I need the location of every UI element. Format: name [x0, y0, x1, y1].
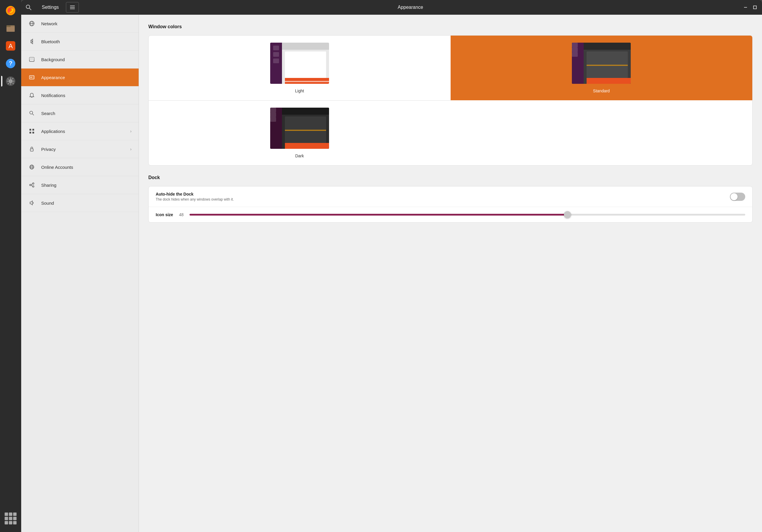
sidebar-item-bluetooth[interactable]: Bluetooth: [21, 33, 139, 51]
svg-text:A: A: [9, 42, 13, 50]
maximize-button[interactable]: [751, 4, 758, 11]
background-icon: [28, 56, 35, 63]
sidebar-item-appearance[interactable]: Appearance: [21, 69, 139, 87]
sidebar-label-online-accounts: Online Accounts: [41, 165, 131, 170]
svg-rect-3: [7, 27, 15, 32]
taskbar: A ?: [0, 0, 21, 532]
show-applications-button[interactable]: [3, 511, 18, 526]
svg-rect-12: [9, 512, 12, 516]
taskbar-icon-help[interactable]: ?: [3, 56, 18, 71]
applications-icon: [28, 128, 35, 135]
sound-icon: [28, 199, 35, 206]
sidebar-item-network[interactable]: Network: [21, 15, 139, 33]
sidebar-item-notifications[interactable]: Notifications: [21, 87, 139, 104]
autohide-subtitle: The dock hides when any windows overlap …: [156, 197, 730, 201]
theme-card-light[interactable]: Light: [149, 35, 451, 100]
sidebar-label-network: Network: [41, 21, 131, 26]
icon-size-value: 48: [179, 212, 184, 217]
svg-rect-19: [13, 521, 17, 525]
privacy-icon: [28, 146, 35, 153]
svg-point-36: [30, 111, 33, 114]
taskbar-icon-firefox[interactable]: [3, 3, 18, 18]
svg-rect-11: [5, 512, 8, 516]
sidebar-item-applications[interactable]: Applications ›: [21, 122, 139, 140]
theme-label-dark: Dark: [295, 154, 304, 158]
sidebar-label-sound: Sound: [41, 201, 131, 206]
icon-size-slider[interactable]: [190, 214, 745, 216]
svg-rect-13: [13, 512, 17, 516]
taskbar-icon-files[interactable]: [3, 21, 18, 36]
svg-rect-26: [753, 6, 756, 9]
main-panel: Window colors: [139, 15, 762, 532]
sidebar-label-privacy: Privacy: [41, 147, 124, 152]
bluetooth-icon: [28, 38, 35, 45]
network-icon: [28, 20, 35, 27]
svg-rect-41: [33, 132, 34, 134]
slider-thumb[interactable]: [564, 211, 571, 218]
titlebar: Settings Appearance: [21, 0, 762, 15]
sidebar-label-applications: Applications: [41, 129, 124, 134]
sidebar-item-sharing[interactable]: Sharing: [21, 176, 139, 194]
autohide-row: Auto-hide the Dock The dock hides when a…: [149, 186, 752, 207]
svg-rect-35: [33, 78, 34, 78]
titlebar-menu-button[interactable]: [66, 2, 79, 13]
applications-chevron: ›: [130, 129, 131, 134]
slider-fill: [190, 214, 568, 216]
svg-rect-40: [30, 132, 31, 134]
appearance-icon: [28, 74, 35, 81]
privacy-chevron: ›: [130, 147, 131, 152]
sidebar-item-online-accounts[interactable]: Online Accounts: [21, 158, 139, 176]
taskbar-icon-software[interactable]: A: [3, 38, 18, 53]
sidebar-label-notifications: Notifications: [41, 93, 131, 98]
theme-card-standard[interactable]: Standard: [451, 35, 753, 100]
svg-point-48: [33, 186, 34, 187]
autohide-toggle[interactable]: [730, 193, 745, 201]
theme-card-dark[interactable]: Dark: [149, 100, 451, 165]
sidebar-item-background[interactable]: Background: [21, 51, 139, 69]
svg-rect-39: [33, 129, 34, 131]
sidebar-item-sound[interactable]: Sound: [21, 194, 139, 212]
svg-point-10: [9, 79, 12, 83]
sidebar-item-privacy[interactable]: Privacy ›: [21, 140, 139, 158]
taskbar-icon-settings[interactable]: [3, 74, 18, 89]
svg-rect-16: [13, 517, 17, 520]
sidebar-label-background: Background: [41, 57, 131, 62]
theme-preview-dark: [270, 108, 329, 149]
sidebar-label-bluetooth: Bluetooth: [41, 39, 131, 44]
settings-window: Settings Appearance: [21, 0, 762, 532]
dock-title: Dock: [148, 175, 753, 180]
sidebar-item-search[interactable]: Search: [21, 104, 139, 122]
icon-size-label: Icon size: [156, 212, 173, 217]
sidebar: Network Bluetooth Background: [21, 15, 139, 532]
theme-label-standard: Standard: [593, 89, 610, 93]
svg-line-21: [30, 8, 31, 10]
titlebar-title: Settings: [36, 5, 65, 10]
online-accounts-icon: [28, 164, 35, 170]
svg-rect-18: [9, 521, 12, 525]
svg-rect-17: [5, 521, 8, 525]
sidebar-label-appearance: Appearance: [41, 75, 131, 80]
theme-label-light: Light: [295, 89, 304, 93]
minimize-button[interactable]: [742, 4, 749, 11]
svg-point-20: [26, 5, 30, 9]
notifications-icon: [28, 92, 35, 99]
svg-rect-4: [7, 25, 11, 27]
svg-rect-34: [33, 77, 34, 77]
svg-point-46: [33, 183, 34, 184]
svg-rect-31: [30, 57, 34, 60]
dock-card: Auto-hide the Dock The dock hides when a…: [148, 186, 753, 223]
titlebar-center-title: Appearance: [79, 5, 742, 10]
titlebar-controls: [742, 4, 762, 11]
svg-line-50: [31, 185, 33, 186]
theme-preview-standard: [572, 43, 631, 84]
content-area: Network Bluetooth Background: [21, 15, 762, 532]
theme-grid: Light: [148, 35, 753, 166]
svg-rect-38: [30, 129, 31, 131]
svg-rect-15: [9, 517, 12, 520]
svg-text:?: ?: [9, 60, 12, 66]
window-colors-title: Window colors: [148, 24, 753, 30]
svg-line-49: [31, 184, 33, 185]
icon-size-slider-container: [190, 214, 745, 216]
sidebar-label-sharing: Sharing: [41, 183, 131, 188]
titlebar-search-button[interactable]: [21, 0, 36, 15]
